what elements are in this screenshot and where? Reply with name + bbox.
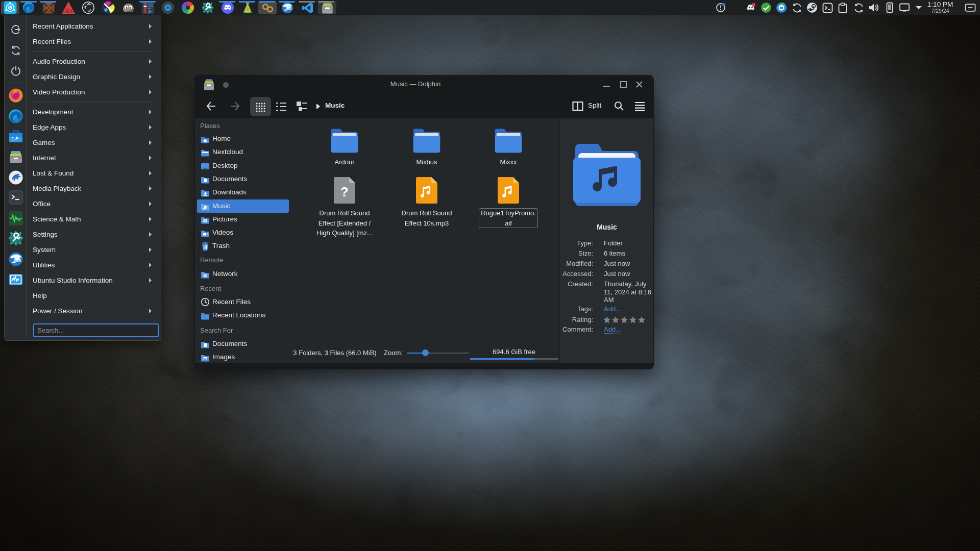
svg-text:?: ? bbox=[340, 184, 349, 199]
